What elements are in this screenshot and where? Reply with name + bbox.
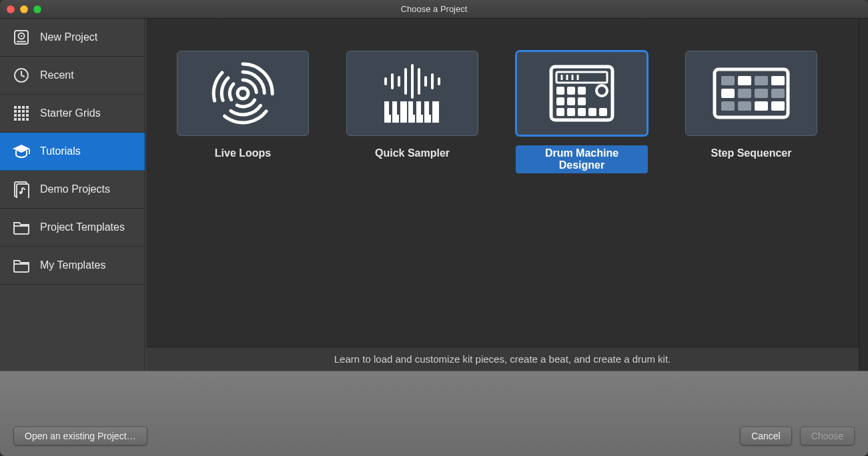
- svg-rect-12: [26, 110, 29, 113]
- main-area: New Project Recent Starter Grids: [0, 19, 868, 371]
- svg-rect-7: [22, 106, 25, 109]
- svg-rect-71: [771, 76, 785, 85]
- svg-rect-63: [567, 108, 575, 116]
- graduation-cap-icon: [12, 142, 31, 161]
- folder-icon: [12, 218, 31, 237]
- sidebar-item-label: Recent: [40, 69, 74, 81]
- tile-drum-machine-designer[interactable]: Drum Machine Designer: [516, 51, 648, 173]
- sidebar-item-project-templates[interactable]: Project Templates: [0, 209, 145, 247]
- svg-rect-59: [556, 97, 564, 105]
- cancel-button[interactable]: Cancel: [740, 427, 792, 445]
- svg-rect-5: [14, 106, 17, 109]
- sidebar-item-recent[interactable]: Recent: [0, 57, 145, 95]
- svg-rect-48: [429, 101, 432, 115]
- svg-rect-66: [599, 108, 607, 116]
- footer: Open an existing Project… Cancel Choose: [0, 371, 868, 456]
- svg-rect-62: [556, 108, 564, 116]
- svg-rect-69: [738, 76, 751, 85]
- svg-rect-3: [17, 41, 26, 43]
- svg-point-2: [21, 35, 22, 37]
- sidebar-item-demo-projects[interactable]: Demo Projects: [0, 171, 145, 209]
- open-existing-project-button[interactable]: Open an existing Project…: [13, 427, 147, 445]
- window-controls: [7, 5, 41, 13]
- folder-icon: [12, 256, 31, 275]
- template-grid: Live Loops: [146, 19, 859, 347]
- svg-rect-11: [22, 110, 25, 113]
- svg-rect-56: [556, 87, 564, 95]
- sidebar-item-my-templates[interactable]: My Templates: [0, 247, 145, 285]
- svg-rect-8: [26, 106, 29, 109]
- svg-rect-60: [567, 97, 575, 105]
- svg-rect-18: [18, 118, 21, 121]
- svg-rect-76: [721, 101, 735, 111]
- svg-rect-17: [14, 118, 17, 121]
- tile-thumb: [685, 51, 817, 136]
- sidebar-item-starter-grids[interactable]: Starter Grids: [0, 95, 145, 133]
- sidebar: New Project Recent Starter Grids: [0, 19, 145, 371]
- svg-rect-15: [22, 114, 25, 117]
- tile-step-sequencer[interactable]: Step Sequencer: [685, 51, 817, 173]
- svg-rect-65: [588, 108, 596, 116]
- svg-rect-75: [771, 89, 785, 98]
- svg-rect-16: [26, 114, 29, 117]
- step-sequencer-icon: [708, 60, 795, 127]
- svg-rect-10: [18, 110, 21, 113]
- svg-point-55: [596, 85, 607, 96]
- tile-thumb: [177, 51, 309, 136]
- choose-button[interactable]: Choose: [800, 427, 855, 445]
- minimize-window-button[interactable]: [20, 5, 28, 13]
- svg-rect-45: [397, 101, 400, 115]
- svg-rect-74: [755, 89, 768, 98]
- svg-rect-57: [567, 87, 575, 95]
- svg-rect-19: [22, 118, 25, 121]
- svg-rect-58: [578, 87, 586, 95]
- close-window-button[interactable]: [7, 5, 15, 13]
- template-description: Learn to load and customize kit pieces, …: [146, 347, 859, 371]
- svg-rect-50: [556, 72, 607, 83]
- svg-rect-47: [421, 101, 424, 115]
- zoom-window-button[interactable]: [33, 5, 41, 13]
- clock-icon: [12, 66, 31, 85]
- tile-label: Quick Sampler: [370, 145, 455, 161]
- music-document-icon: [12, 180, 31, 199]
- vertical-scrollbar[interactable]: [859, 19, 868, 371]
- tile-thumb: [516, 51, 648, 136]
- svg-rect-64: [578, 108, 586, 116]
- quick-sampler-icon: [372, 60, 452, 127]
- tile-quick-sampler[interactable]: Quick Sampler: [346, 51, 478, 173]
- live-loops-icon: [209, 60, 276, 127]
- sidebar-item-label: Tutorials: [40, 145, 81, 157]
- tile-label: Live Loops: [209, 145, 276, 161]
- svg-rect-72: [721, 89, 735, 98]
- svg-rect-44: [389, 101, 392, 115]
- tile-label: Drum Machine Designer: [516, 145, 648, 173]
- svg-rect-77: [738, 101, 751, 111]
- svg-rect-43: [432, 101, 439, 123]
- titlebar: Choose a Project: [0, 0, 868, 19]
- svg-rect-78: [755, 101, 768, 111]
- sidebar-item-new-project[interactable]: New Project: [0, 19, 145, 57]
- svg-point-27: [238, 88, 248, 99]
- window-title: Choose a Project: [0, 4, 868, 14]
- svg-rect-73: [738, 89, 751, 98]
- svg-rect-46: [413, 101, 416, 115]
- tile-label: Step Sequencer: [706, 145, 797, 161]
- svg-rect-39: [400, 101, 407, 123]
- tile-live-loops[interactable]: Live Loops: [177, 51, 309, 173]
- sidebar-item-tutorials[interactable]: Tutorials: [0, 133, 145, 171]
- svg-rect-70: [755, 76, 768, 85]
- svg-rect-6: [18, 106, 21, 109]
- svg-rect-68: [721, 76, 735, 85]
- sidebar-item-label: Demo Projects: [40, 183, 110, 195]
- svg-rect-79: [771, 101, 785, 111]
- svg-point-24: [19, 191, 22, 194]
- project-chooser-window: Choose a Project New Project Recent: [0, 0, 868, 456]
- svg-rect-20: [26, 118, 29, 121]
- svg-rect-14: [18, 114, 21, 117]
- svg-rect-13: [14, 114, 17, 117]
- content-area: Live Loops: [145, 19, 859, 371]
- drum-machine-icon: [542, 60, 622, 127]
- svg-rect-9: [14, 110, 17, 113]
- sidebar-item-label: Starter Grids: [40, 107, 101, 119]
- sidebar-item-label: My Templates: [40, 259, 105, 271]
